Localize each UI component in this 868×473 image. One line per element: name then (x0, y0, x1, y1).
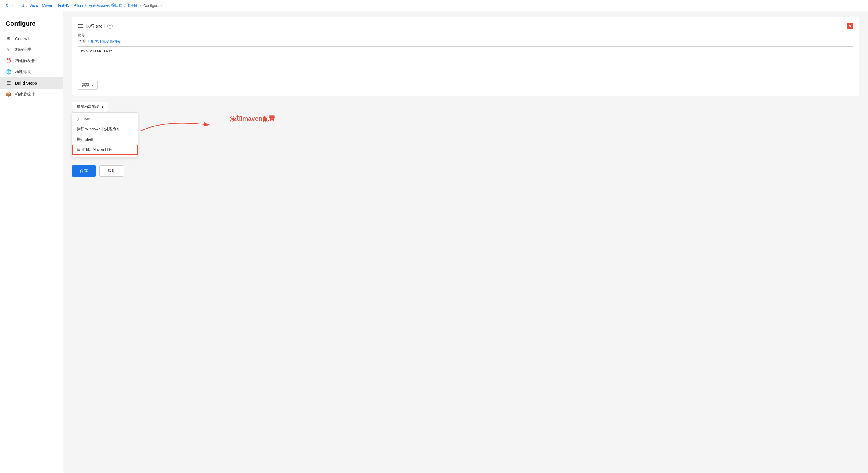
card-header: 执行 shell ? × (78, 23, 854, 29)
card-header-left: 执行 shell ? (78, 24, 113, 29)
dropdown-item-windows-batch[interactable]: 执行 Windows 批处理命令 (72, 124, 137, 134)
sidebar-item-source-label: 源码管理 (15, 47, 31, 52)
breadcrumb-project[interactable]: Java + Maven + TestNG + Allure + Rest-As… (30, 3, 137, 8)
env-link-prefix: 查看 (78, 39, 87, 44)
list-icon: ☰ (6, 80, 11, 86)
main-content: 执行 shell ? × 命令 查看 可用的环境变量列表 mvn clean t… (63, 11, 868, 473)
filter-icon: ⬡ (75, 117, 79, 121)
command-label: 命令 (78, 33, 854, 38)
command-textarea[interactable]: mvn clean test (78, 46, 854, 75)
globe-icon: 🌐 (6, 69, 11, 75)
dropdown-filter-input[interactable] (81, 117, 134, 121)
sidebar-item-env[interactable]: 🌐 构建环境 (0, 66, 63, 77)
breadcrumb-sep-2: › (140, 3, 141, 8)
dropdown-item-maven-target[interactable]: 调用顶层 Maven 目标 (72, 144, 137, 155)
clock-icon: ⏰ (6, 58, 11, 63)
advanced-button[interactable]: 高级 ▾ (78, 80, 98, 90)
annotation-arrow (138, 116, 213, 134)
post-build-section: 增加构建后操作步骤 ▾ (72, 146, 859, 157)
sidebar-item-env-label: 构建环境 (15, 69, 31, 75)
sidebar-item-build-steps[interactable]: ☰ Build Steps (0, 77, 63, 89)
action-buttons: 保存 应用 (72, 165, 859, 177)
shell-card-title: 执行 shell (86, 24, 104, 29)
sidebar: Configure ⚙ General ⑂ 源码管理 ⏰ 构建触发器 🌐 构建环… (0, 11, 63, 473)
add-build-step-button[interactable]: 增加构建步骤 ▴ (72, 102, 108, 112)
dropdown-item-execute-shell[interactable]: 执行 shell (72, 134, 137, 144)
breadcrumb-current: Configuration (143, 3, 165, 8)
sidebar-item-general[interactable]: ⚙ General (0, 33, 63, 44)
package-icon: 📦 (6, 92, 11, 97)
annotation-text: 添加maven配置 (230, 114, 275, 123)
add-step-label: 增加构建步骤 (77, 104, 99, 109)
env-variables-link[interactable]: 可用的环境变量列表 (87, 39, 121, 44)
breadcrumb: Dashboard › Java + Maven + TestNG + Allu… (0, 0, 868, 11)
close-button[interactable]: × (847, 23, 854, 29)
add-step-dropdown: ⬡ 执行 Windows 批处理命令 执行 shell 调用顶层 Maven 目… (72, 112, 138, 157)
gear-icon: ⚙ (6, 36, 11, 41)
breadcrumb-dashboard[interactable]: Dashboard (6, 3, 24, 8)
source-icon: ⑂ (6, 47, 11, 52)
sidebar-item-general-label: General (15, 36, 29, 41)
advanced-label: 高级 (82, 82, 90, 88)
sidebar-item-triggers[interactable]: ⏰ 构建触发器 (0, 55, 63, 66)
env-link-container: 查看 可用的环境变量列表 (78, 39, 854, 46)
help-icon[interactable]: ? (107, 24, 113, 29)
sidebar-item-post-build-label: 构建后操作 (15, 92, 35, 97)
chevron-down-icon: ▾ (91, 83, 93, 88)
chevron-up-icon: ▴ (101, 105, 103, 109)
sidebar-item-source[interactable]: ⑂ 源码管理 (0, 44, 63, 55)
drag-handle-icon[interactable] (78, 24, 83, 28)
shell-card: 执行 shell ? × 命令 查看 可用的环境变量列表 mvn clean t… (72, 17, 859, 96)
breadcrumb-sep-1: › (26, 3, 28, 8)
sidebar-item-build-steps-label: Build Steps (15, 81, 37, 86)
apply-button[interactable]: 应用 (99, 165, 124, 177)
sidebar-item-post-build[interactable]: 📦 构建后操作 (0, 89, 63, 100)
sidebar-item-triggers-label: 构建触发器 (15, 58, 35, 63)
add-step-container: 增加构建步骤 ▴ ⬡ 执行 Windows 批处理命令 执行 shell 调用顶… (72, 102, 859, 112)
dropdown-filter-container: ⬡ (72, 114, 137, 124)
sidebar-title: Configure (0, 17, 63, 33)
save-button[interactable]: 保存 (72, 165, 96, 177)
